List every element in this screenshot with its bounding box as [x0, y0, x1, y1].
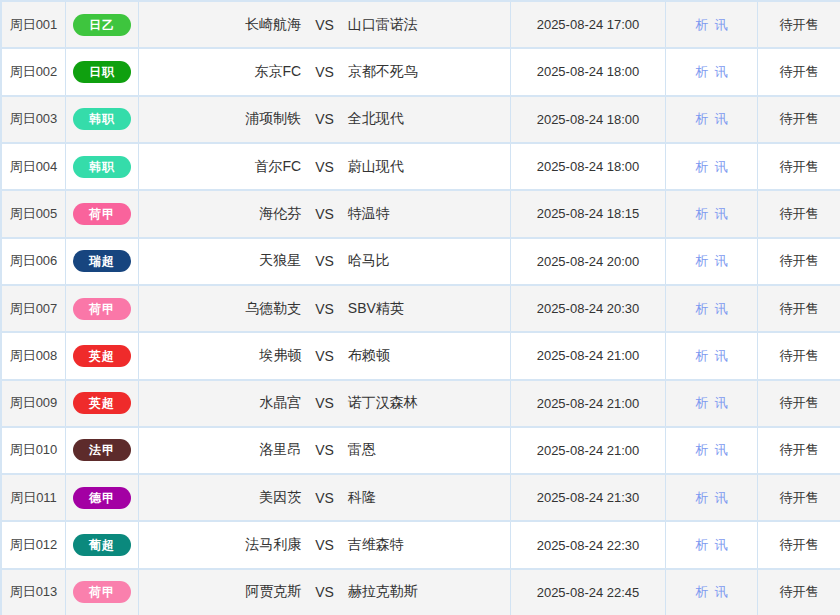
league-cell: 英超 [66, 381, 139, 426]
vs-label: VS [315, 17, 334, 33]
league-badge: 荷甲 [73, 298, 131, 320]
match-row: 周日012 葡超 法马利康 VS 吉维森特 2025-08-24 22:30 析… [2, 522, 840, 569]
teams-cell: 东京FC VS 京都不死鸟 [139, 49, 511, 94]
home-team: 天狼星 [139, 252, 301, 270]
league-cell: 德甲 [66, 475, 139, 520]
sale-status: 待开售 [758, 191, 840, 236]
league-badge: 韩职 [73, 156, 131, 178]
away-team: 布赖顿 [348, 347, 510, 365]
vs-label: VS [315, 301, 334, 317]
vs-label: VS [315, 206, 334, 222]
away-team: 诺丁汉森林 [348, 394, 510, 412]
info-link[interactable]: 讯 [715, 158, 728, 176]
home-team: 洛里昂 [139, 441, 301, 459]
away-team: 哈马比 [348, 252, 510, 270]
match-code: 周日002 [2, 49, 66, 94]
home-team: 东京FC [139, 63, 301, 81]
info-link[interactable]: 讯 [715, 583, 728, 601]
match-code: 周日004 [2, 144, 66, 189]
match-row: 周日011 德甲 美因茨 VS 科隆 2025-08-24 21:30 析 讯 … [2, 475, 840, 522]
info-link[interactable]: 讯 [715, 394, 728, 412]
teams-cell: 阿贾克斯 VS 赫拉克勒斯 [139, 570, 511, 615]
league-badge: 韩职 [73, 108, 131, 130]
teams-cell: 洛里昂 VS 雷恩 [139, 428, 511, 473]
analysis-link[interactable]: 析 [696, 441, 709, 459]
match-time: 2025-08-24 21:00 [511, 428, 666, 473]
vs-label: VS [315, 348, 334, 364]
league-cell: 韩职 [66, 97, 139, 142]
links-cell: 析 讯 [666, 475, 758, 520]
vs-label: VS [315, 253, 334, 269]
match-time: 2025-08-24 22:30 [511, 522, 666, 567]
analysis-link[interactable]: 析 [696, 300, 709, 318]
info-link[interactable]: 讯 [715, 300, 728, 318]
vs-label: VS [315, 584, 334, 600]
league-cell: 荷甲 [66, 570, 139, 615]
teams-cell: 水晶宫 VS 诺丁汉森林 [139, 381, 511, 426]
info-link[interactable]: 讯 [715, 63, 728, 81]
info-link[interactable]: 讯 [715, 252, 728, 270]
match-table-body: 周日001 日乙 长崎航海 VS 山口雷诺法 2025-08-24 17:00 … [2, 2, 840, 615]
sale-status: 待开售 [758, 570, 840, 615]
info-link[interactable]: 讯 [715, 110, 728, 128]
league-cell: 日乙 [66, 2, 139, 47]
match-row: 周日006 瑞超 天狼星 VS 哈马比 2025-08-24 20:00 析 讯… [2, 239, 840, 286]
match-code: 周日008 [2, 333, 66, 378]
sale-status: 待开售 [758, 144, 840, 189]
home-team: 埃弗顿 [139, 347, 301, 365]
home-team: 阿贾克斯 [139, 583, 301, 601]
analysis-link[interactable]: 析 [696, 158, 709, 176]
league-badge: 荷甲 [73, 581, 131, 603]
league-badge: 荷甲 [73, 203, 131, 225]
league-badge: 德甲 [73, 487, 131, 509]
away-team: 京都不死鸟 [348, 63, 510, 81]
match-code: 周日001 [2, 2, 66, 47]
match-row: 周日003 韩职 浦项制铁 VS 全北现代 2025-08-24 18:00 析… [2, 97, 840, 144]
info-link[interactable]: 讯 [715, 536, 728, 554]
vs-label: VS [315, 159, 334, 175]
home-team: 法马利康 [139, 536, 301, 554]
info-link[interactable]: 讯 [715, 16, 728, 34]
away-team: 吉维森特 [348, 536, 510, 554]
match-code: 周日003 [2, 97, 66, 142]
vs-label: VS [315, 537, 334, 553]
analysis-link[interactable]: 析 [696, 394, 709, 412]
match-code: 周日012 [2, 522, 66, 567]
match-time: 2025-08-24 18:00 [511, 49, 666, 94]
league-badge: 日职 [73, 61, 131, 83]
analysis-link[interactable]: 析 [696, 16, 709, 34]
match-code: 周日011 [2, 475, 66, 520]
analysis-link[interactable]: 析 [696, 583, 709, 601]
match-code: 周日010 [2, 428, 66, 473]
sale-status: 待开售 [758, 239, 840, 284]
links-cell: 析 讯 [666, 2, 758, 47]
analysis-link[interactable]: 析 [696, 489, 709, 507]
analysis-link[interactable]: 析 [696, 110, 709, 128]
match-code: 周日009 [2, 381, 66, 426]
analysis-link[interactable]: 析 [696, 536, 709, 554]
teams-cell: 长崎航海 VS 山口雷诺法 [139, 2, 511, 47]
match-row: 周日004 韩职 首尔FC VS 蔚山现代 2025-08-24 18:00 析… [2, 144, 840, 191]
info-link[interactable]: 讯 [715, 205, 728, 223]
analysis-link[interactable]: 析 [696, 63, 709, 81]
links-cell: 析 讯 [666, 286, 758, 331]
league-cell: 荷甲 [66, 191, 139, 236]
links-cell: 析 讯 [666, 333, 758, 378]
sale-status: 待开售 [758, 97, 840, 142]
teams-cell: 首尔FC VS 蔚山现代 [139, 144, 511, 189]
league-cell: 葡超 [66, 522, 139, 567]
match-time: 2025-08-24 21:00 [511, 381, 666, 426]
analysis-link[interactable]: 析 [696, 205, 709, 223]
info-link[interactable]: 讯 [715, 347, 728, 365]
vs-label: VS [315, 111, 334, 127]
vs-label: VS [315, 395, 334, 411]
links-cell: 析 讯 [666, 191, 758, 236]
match-time: 2025-08-24 20:00 [511, 239, 666, 284]
info-link[interactable]: 讯 [715, 441, 728, 459]
info-link[interactable]: 讯 [715, 489, 728, 507]
analysis-link[interactable]: 析 [696, 252, 709, 270]
home-team: 美因茨 [139, 489, 301, 507]
match-time: 2025-08-24 18:00 [511, 144, 666, 189]
analysis-link[interactable]: 析 [696, 347, 709, 365]
teams-cell: 浦项制铁 VS 全北现代 [139, 97, 511, 142]
